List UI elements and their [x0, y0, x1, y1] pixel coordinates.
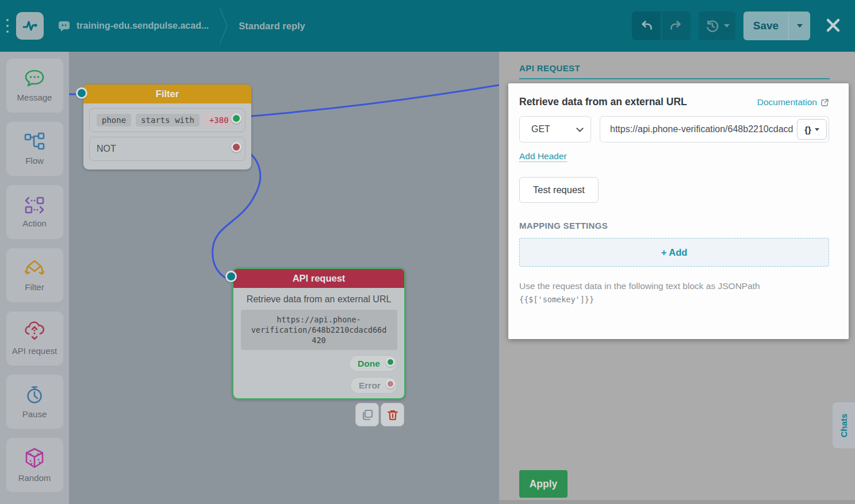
pause-icon: [24, 384, 45, 405]
breadcrumb-bot[interactable]: training-edu.sendpulse.acad...: [57, 20, 209, 33]
api-node-url: https://api.phone- verification/648b2210…: [241, 310, 397, 350]
filter-not-row[interactable]: NOT: [89, 137, 246, 161]
sidebar-item-flow[interactable]: Flow: [6, 122, 63, 176]
url-line: https://api.phone-: [250, 314, 388, 325]
sidebar-item-pause[interactable]: Pause: [6, 375, 63, 429]
close-icon: [824, 16, 842, 34]
filter-icon: [23, 259, 46, 278]
blocks-sidebar: Message Flow Action Filter: [0, 52, 69, 504]
app-logo[interactable]: [16, 12, 44, 40]
bot-name: training-edu.sendpulse.acad...: [76, 21, 209, 31]
trash-icon: [386, 409, 399, 421]
history-caret-icon: [724, 24, 730, 28]
url-line: verification/648b2210cdacd66d: [250, 325, 388, 335]
card-title: Retrieve data from an external URL: [519, 96, 687, 108]
settings-panel: API REQUEST Retrieve data from an extern…: [499, 52, 855, 504]
sidebar-item-label: Random: [18, 473, 51, 483]
filter-condition-row[interactable]: phone starts with +380: [89, 108, 246, 132]
sidebar-item-api-request[interactable]: API request: [6, 311, 63, 366]
redo-icon: [669, 18, 684, 33]
chats-tab[interactable]: Chats: [833, 402, 855, 448]
jsonpath-hint: Use the request data in the following te…: [519, 279, 829, 293]
documentation-link[interactable]: Documentation: [757, 97, 829, 107]
api-request-node[interactable]: API request Retrieve data from an extern…: [232, 268, 405, 399]
select-chevron-icon: [576, 125, 584, 132]
condition-value-tag: +380: [204, 114, 234, 126]
kebab-menu-icon[interactable]: [3, 14, 11, 37]
copy-icon: [361, 409, 374, 421]
panel-heading-rule: [519, 78, 830, 79]
api-node-subtitle: Retrieve data from an external URL: [233, 294, 404, 305]
undo-icon: [639, 18, 654, 33]
panel-heading: API REQUEST: [519, 63, 580, 73]
flow-canvas[interactable]: Filter phone starts with +380 NOT API re…: [69, 52, 499, 504]
apply-button[interactable]: Apply: [519, 470, 568, 498]
random-icon: [24, 447, 45, 469]
sidebar-item-label: Action: [22, 218, 47, 228]
save-caret-icon: [797, 24, 803, 28]
save-button[interactable]: Save: [743, 11, 788, 40]
error-port[interactable]: [386, 379, 395, 388]
sidebar-item-message[interactable]: Message: [6, 59, 63, 113]
variable-caret-icon: [815, 128, 819, 131]
chats-tab-label: Chats: [839, 413, 849, 437]
flow-icon: [24, 132, 45, 152]
horizontal-scrollbar[interactable]: [499, 500, 855, 504]
undo-button[interactable]: [632, 11, 661, 40]
flow-title: Standard reply: [239, 21, 305, 32]
insert-variable-button[interactable]: {}: [797, 119, 827, 140]
error-output[interactable]: Error: [350, 377, 397, 394]
history-icon: [705, 18, 720, 33]
add-mapping-button[interactable]: + Add: [519, 238, 829, 267]
url-input[interactable]: [600, 116, 829, 143]
condition-field-tag: phone: [97, 114, 131, 126]
not-label: NOT: [97, 144, 116, 154]
sidebar-item-label: Message: [17, 93, 52, 102]
api-input-port[interactable]: [225, 271, 237, 282]
sidebar-item-random[interactable]: Random: [6, 438, 63, 492]
history-button[interactable]: [699, 11, 735, 40]
documentation-label: Documentation: [757, 97, 817, 107]
message-icon: [24, 69, 45, 89]
filter-node[interactable]: Filter phone starts with +380 NOT: [83, 84, 251, 170]
braces-icon: {}: [804, 125, 811, 134]
done-port[interactable]: [386, 357, 395, 367]
breadcrumb-separator: [219, 7, 228, 45]
node-toolbar: [355, 403, 404, 426]
method-value: GET: [531, 124, 550, 134]
sidebar-item-filter[interactable]: Filter: [6, 248, 63, 302]
pulse-icon: [21, 17, 39, 34]
error-label: Error: [359, 380, 381, 391]
api-request-icon: [23, 321, 46, 342]
save-split-button: Save: [743, 11, 810, 40]
test-request-button[interactable]: Test request: [519, 177, 599, 203]
done-label: Done: [358, 359, 380, 369]
filter-match-port[interactable]: [231, 113, 241, 124]
sidebar-item-label: Pause: [22, 409, 47, 419]
mapping-settings-heading: MAPPING SETTINGS: [519, 221, 829, 230]
redo-button[interactable]: [662, 11, 691, 40]
sidebar-item-action[interactable]: Action: [6, 185, 63, 239]
duplicate-node-button[interactable]: [355, 403, 379, 426]
sidebar-item-label: API request: [12, 346, 57, 356]
jsonpath-example: {{$['somekey']}}: [519, 295, 829, 304]
filter-not-port[interactable]: [231, 142, 241, 152]
filter-node-header[interactable]: Filter: [83, 84, 251, 103]
sidebar-item-label: Flow: [25, 156, 44, 166]
close-button[interactable]: [822, 14, 845, 39]
api-settings-card: Retrieve data from an external URL Docum…: [508, 83, 849, 339]
done-output[interactable]: Done: [349, 355, 397, 372]
delete-node-button[interactable]: [381, 403, 404, 426]
add-header-link[interactable]: Add Header: [519, 151, 567, 162]
url-line: 420: [250, 335, 388, 345]
filter-input-port[interactable]: [76, 87, 87, 99]
sidebar-item-label: Filter: [25, 282, 44, 292]
save-options-button[interactable]: [788, 11, 810, 40]
condition-operator-tag: starts with: [136, 114, 200, 126]
action-icon: [24, 196, 45, 214]
api-node-header[interactable]: API request: [233, 269, 404, 288]
chat-bubble-icon: [57, 20, 71, 33]
method-select[interactable]: GET: [519, 116, 591, 143]
top-bar: training-edu.sendpulse.acad... Standard …: [0, 0, 855, 52]
external-link-icon: [821, 98, 829, 107]
